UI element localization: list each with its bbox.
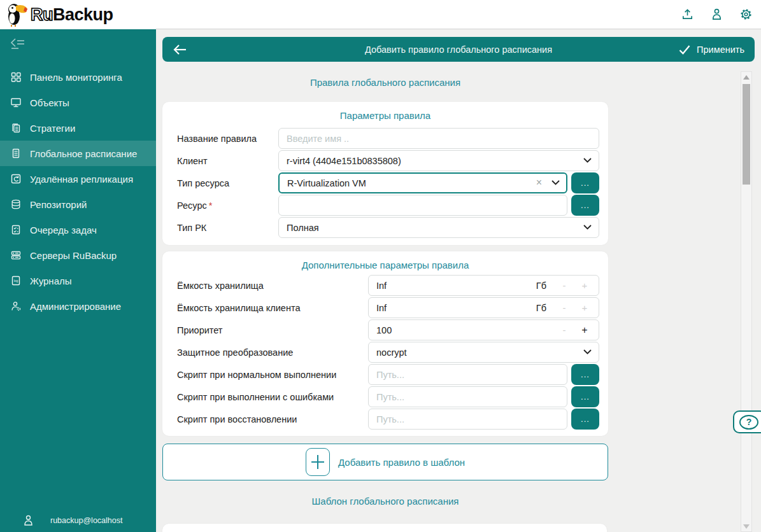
client-value: r-virt4 (4404e151b0835808)	[287, 156, 401, 166]
triangle-up-icon	[743, 75, 750, 80]
rule-name-input[interactable]	[278, 128, 599, 149]
toucan-logo-icon	[5, 2, 28, 27]
scroll-up-button[interactable]	[741, 72, 751, 82]
script-error-input[interactable]	[368, 386, 567, 407]
resource-type-browse-button[interactable]: ...	[571, 172, 599, 193]
sidebar-item-repository[interactable]: Репозиторий	[0, 192, 156, 217]
user-icon[interactable]	[710, 8, 723, 21]
apply-button[interactable]: Применить	[678, 44, 744, 55]
sidebar-item-monitoring[interactable]: Панель мониторинга	[0, 64, 156, 90]
upload-icon[interactable]	[681, 8, 694, 21]
resource-type-row: Тип ресурса R-Virtualization VM × ...	[177, 172, 599, 193]
resource-type-label: Тип ресурса	[177, 178, 278, 188]
script-restore-browse-button[interactable]: ...	[571, 409, 599, 430]
sidebar-item-label: Администрирование	[30, 301, 121, 312]
sidebar-item-label: Панель мониторинга	[30, 72, 122, 83]
increment-button[interactable]: +	[580, 302, 590, 313]
crypto-value: nocrypt	[376, 347, 407, 358]
sidebar-item-logs[interactable]: log Журналы	[0, 268, 156, 293]
main-content: Добавить правило глобального расписания …	[156, 29, 761, 532]
resource-type-combobox[interactable]: R-Virtualization VM	[278, 172, 567, 193]
help-button[interactable]: ?	[733, 410, 761, 433]
form-header-bar: Добавить правило глобального расписания …	[162, 37, 755, 62]
dashboard-icon	[10, 71, 22, 83]
client-row: Клиент r-virt4 (4404e151b0835808)	[177, 150, 599, 171]
question-mark-icon: ?	[739, 415, 758, 430]
template-card	[162, 524, 607, 532]
sidebar-item-label: Репозиторий	[30, 199, 87, 210]
rule-name-row: Название правила	[177, 128, 599, 149]
sidebar-nav: Панель мониторинга Объекты Стратегии	[0, 64, 156, 319]
logs-icon: log	[10, 275, 22, 286]
crypto-row: Защитное преобразование nocrypt	[177, 342, 599, 363]
sidebar-item-strategies[interactable]: Стратегии	[0, 115, 156, 141]
scroll-down-button[interactable]	[741, 521, 751, 531]
back-button[interactable]	[171, 43, 188, 57]
chevron-down-icon	[583, 225, 592, 230]
script-restore-input[interactable]	[368, 409, 567, 430]
check-icon	[678, 44, 691, 55]
triangle-down-icon	[743, 524, 750, 529]
current-user-label: rubackup@localhost	[50, 516, 122, 525]
resource-type-value: R-Virtualization VM	[287, 178, 366, 188]
collapse-sidebar-icon[interactable]	[10, 38, 25, 50]
scrollbar-thumb[interactable]	[743, 84, 750, 185]
crypto-select[interactable]: nocrypt	[368, 342, 599, 363]
sidebar-item-label: Объекты	[30, 97, 69, 108]
brand-text: RuBackup	[31, 6, 113, 24]
backup-type-value: Полная	[287, 223, 319, 233]
vertical-scrollbar[interactable]	[741, 71, 752, 532]
form-title: Добавить правило глобального расписания	[162, 45, 755, 55]
decrement-button[interactable]: -	[559, 325, 569, 335]
script-restore-row: Скрипт при восстановлении ...	[177, 409, 599, 430]
chevron-down-icon	[583, 349, 592, 354]
plus-icon	[306, 448, 330, 476]
sidebar-item-label: Серверы RuBackup	[30, 250, 117, 261]
script-error-row: Скрипт при выполнении с ошибками ...	[177, 386, 599, 407]
priority-row: Приоритет 100 - +	[177, 319, 599, 340]
apply-label: Применить	[697, 45, 744, 55]
backup-type-select[interactable]: Полная	[278, 217, 599, 238]
resource-input[interactable]	[278, 195, 567, 216]
rule-name-label: Название правила	[177, 134, 278, 144]
decrement-button[interactable]: -	[559, 280, 569, 291]
arrow-left-icon	[171, 43, 188, 57]
chevron-down-icon	[551, 180, 560, 185]
sidebar-item-objects[interactable]: Объекты	[0, 90, 156, 115]
sidebar-item-global-schedule[interactable]: Глобальное расписание	[0, 141, 156, 166]
client-select[interactable]: r-virt4 (4404e151b0835808)	[278, 150, 599, 171]
add-rule-to-template-button[interactable]: Добавить правило в шаблон	[162, 444, 608, 480]
script-normal-row: Скрипт при нормальном выполнении ...	[177, 364, 599, 385]
priority-input[interactable]: 100 - +	[368, 319, 599, 340]
sidebar-item-label: Глобальное расписание	[30, 148, 137, 159]
sidebar-item-label: Очередь задач	[30, 225, 97, 235]
increment-button[interactable]: +	[580, 325, 590, 336]
resource-browse-button[interactable]: ...	[571, 195, 599, 216]
sidebar-item-administration[interactable]: Администрирование	[0, 293, 156, 319]
script-normal-browse-button[interactable]: ...	[571, 364, 599, 385]
clear-icon[interactable]: ×	[536, 177, 542, 188]
increment-button[interactable]: +	[580, 280, 590, 291]
extra-params-card: Дополнительные параметры правила Ёмкость…	[162, 251, 608, 436]
client-storage-capacity-input[interactable]: Inf Гб - +	[368, 297, 599, 318]
sidebar-item-servers[interactable]: Серверы RuBackup	[0, 242, 156, 268]
strategies-docs-icon	[10, 122, 22, 134]
decrement-button[interactable]: -	[559, 302, 569, 313]
script-error-browse-button[interactable]: ...	[571, 386, 599, 407]
user-icon	[23, 515, 34, 526]
rules-section-title: Правила глобального расписания	[162, 77, 608, 88]
template-section-title: Шаблон глобального расписания	[162, 496, 608, 507]
task-queue-icon	[10, 224, 22, 235]
sidebar-item-task-queue[interactable]: Очередь задач	[0, 217, 156, 242]
backup-type-row: Тип РК Полная	[177, 217, 599, 238]
settings-gear-icon[interactable]	[739, 8, 753, 21]
topbar	[156, 0, 761, 29]
storage-capacity-input[interactable]: Inf Гб - +	[368, 275, 599, 296]
objects-monitor-icon	[10, 97, 22, 108]
required-mark: *	[209, 200, 213, 211]
sidebar-item-label: Журналы	[30, 276, 72, 286]
app-logo: RuBackup	[0, 0, 156, 29]
sidebar-item-remote-replication[interactable]: Удалённая репликация	[0, 166, 156, 192]
backup-type-label: Тип РК	[177, 223, 278, 233]
script-normal-input[interactable]	[368, 364, 567, 385]
